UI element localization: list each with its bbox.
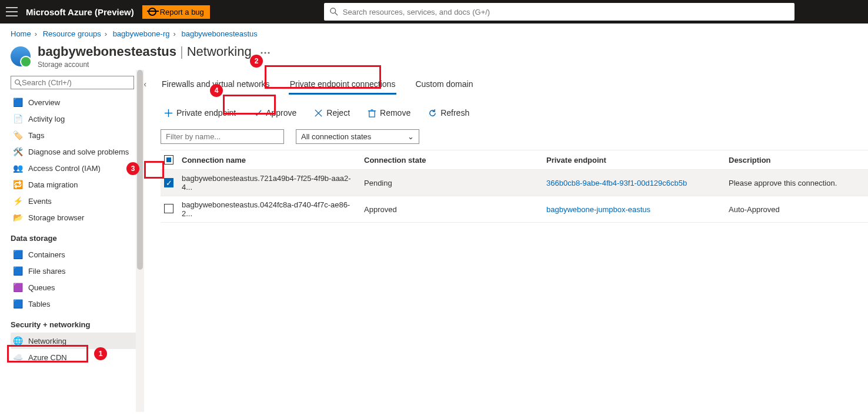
menu-icon[interactable] bbox=[6, 7, 18, 16]
sidebar-item-file-shares[interactable]: 🟦File shares bbox=[11, 263, 141, 279]
diagnose-and-solve-problems-icon: 🛠️ bbox=[13, 147, 22, 156]
cell-connection-name: bagbywebonesteastus.721a49b4-7f25-4f9b-a… bbox=[178, 170, 360, 196]
sidebar-search-input[interactable] bbox=[22, 78, 130, 87]
sidebar-item-data-migration[interactable]: 🔁Data migration bbox=[11, 176, 141, 193]
cell-description: Auto-Approved bbox=[725, 196, 868, 223]
check-icon bbox=[253, 109, 262, 118]
tables-icon: 🟦 bbox=[13, 299, 22, 308]
tabs: Firewalls and virtual networks Private e… bbox=[161, 76, 868, 95]
overview-icon: 🟦 bbox=[13, 98, 22, 107]
sidebar-item-access-control-iam-[interactable]: 👥Access Control (IAM) bbox=[11, 160, 141, 176]
sidebar-item-label: Diagnose and solve problems bbox=[28, 147, 129, 156]
global-search[interactable] bbox=[324, 3, 794, 21]
cell-private-endpoint-link[interactable]: 366b0cb8-9abe-4fb4-93f1-00d129c6cb5b bbox=[543, 170, 725, 196]
trash-icon bbox=[368, 109, 376, 118]
sidebar-item-azure-cdn[interactable]: ☁️Azure CDN bbox=[11, 349, 141, 365]
breadcrumb-rg[interactable]: Resource groups bbox=[43, 29, 101, 38]
resource-type-label: Storage account bbox=[38, 61, 271, 69]
main-content: Firewalls and virtual networks Private e… bbox=[144, 70, 868, 412]
sidebar-item-diagnose-and-solve-problems[interactable]: 🛠️Diagnose and solve problems bbox=[11, 143, 141, 160]
svg-line-3 bbox=[19, 83, 22, 86]
events-icon: ⚡ bbox=[13, 196, 22, 206]
sidebar-item-activity-log[interactable]: 📄Activity log bbox=[11, 110, 141, 127]
breadcrumb: Home› Resource groups› bagbywebone-rg› b… bbox=[0, 24, 868, 42]
page-header: bagbywebonesteastus|Networking ⋯ Storage… bbox=[0, 42, 868, 70]
svg-line-1 bbox=[335, 13, 338, 15]
sidebar-scrollbar-track bbox=[136, 70, 144, 412]
sidebar-item-networking[interactable]: 🌐Networking bbox=[11, 333, 141, 349]
sidebar-item-label: Queues bbox=[28, 283, 55, 292]
more-icon[interactable]: ⋯ bbox=[255, 46, 271, 58]
col-connection-name[interactable]: Connection name bbox=[178, 150, 360, 170]
col-connection-state[interactable]: Connection state bbox=[360, 150, 543, 170]
breadcrumb-rgname[interactable]: bagbywebone-rg bbox=[113, 29, 170, 38]
col-private-endpoint[interactable]: Private endpoint bbox=[543, 150, 725, 170]
sidebar-item-label: Events bbox=[28, 197, 52, 206]
table-row[interactable]: ✓bagbywebonesteastus.721a49b4-7f25-4f9b-… bbox=[161, 170, 868, 196]
activity-log-icon: 📄 bbox=[13, 114, 22, 123]
svg-rect-8 bbox=[369, 110, 375, 116]
breadcrumb-resource[interactable]: bagbywebonesteastus bbox=[181, 29, 257, 38]
filter-name-input[interactable] bbox=[161, 129, 284, 144]
sidebar-item-storage-browser[interactable]: 📂Storage browser bbox=[11, 209, 141, 226]
tab-private-endpoint[interactable]: Private endpoint connections bbox=[289, 76, 397, 95]
chevron-down-icon: ⌄ bbox=[408, 132, 414, 141]
sidebar-item-label: Azure CDN bbox=[28, 353, 67, 362]
brand-label: Microsoft Azure (Preview) bbox=[26, 7, 134, 17]
networking-icon: 🌐 bbox=[13, 336, 22, 345]
storage-account-icon bbox=[11, 46, 31, 66]
sidebar-item-label: Tags bbox=[28, 131, 44, 140]
row-checkbox[interactable] bbox=[164, 204, 173, 213]
sidebar-item-label: Overview bbox=[28, 98, 60, 107]
page-title: bagbywebonesteastus|Networking ⋯ bbox=[38, 44, 271, 59]
sidebar: « 🟦Overview📄Activity log🏷️Tags🛠️Diagnose… bbox=[0, 70, 144, 412]
filter-state-select[interactable]: All connection states ⌄ bbox=[296, 129, 419, 144]
select-all-checkbox[interactable] bbox=[164, 155, 173, 165]
row-checkbox[interactable]: ✓ bbox=[164, 178, 173, 187]
cell-description: Please approve this connection. bbox=[725, 170, 868, 196]
cell-private-endpoint-link[interactable]: bagbywebone-jumpbox-eastus bbox=[543, 196, 725, 223]
svg-point-2 bbox=[15, 79, 20, 84]
sidebar-item-label: Data migration bbox=[28, 180, 78, 189]
sidebar-scrollbar-thumb[interactable] bbox=[137, 70, 143, 270]
cell-connection-state: Approved bbox=[360, 196, 543, 223]
breadcrumb-home[interactable]: Home bbox=[11, 29, 31, 38]
sidebar-search[interactable] bbox=[11, 76, 134, 89]
storage-browser-icon: 📂 bbox=[13, 213, 22, 222]
tab-custom-domain[interactable]: Custom domain bbox=[414, 76, 474, 95]
sidebar-item-queues[interactable]: 🟪Queues bbox=[11, 279, 141, 296]
sidebar-item-tables[interactable]: 🟦Tables bbox=[11, 296, 141, 312]
data-migration-icon: 🔁 bbox=[13, 180, 22, 189]
cell-connection-state: Pending bbox=[360, 170, 543, 196]
sidebar-item-containers[interactable]: 🟦Containers bbox=[11, 246, 141, 263]
table-row[interactable]: bagbywebonesteastus.0424fc8a-d740-4f7c-a… bbox=[161, 196, 868, 223]
top-bar: Microsoft Azure (Preview) Report a bug bbox=[0, 0, 868, 24]
global-search-input[interactable] bbox=[343, 8, 789, 16]
sidebar-group-security: Security + networking bbox=[11, 320, 141, 329]
connections-table: Connection name Connection state Private… bbox=[161, 150, 868, 223]
refresh-button[interactable]: Refresh bbox=[425, 106, 473, 120]
add-private-endpoint-button[interactable]: Private endpoint bbox=[161, 106, 239, 120]
reject-button[interactable]: Reject bbox=[311, 106, 353, 120]
sidebar-item-tags[interactable]: 🏷️Tags bbox=[11, 127, 141, 143]
sidebar-item-overview[interactable]: 🟦Overview bbox=[11, 94, 141, 110]
azure-cdn-icon: ☁️ bbox=[13, 353, 22, 362]
sidebar-item-events[interactable]: ⚡Events bbox=[11, 193, 141, 209]
search-icon bbox=[15, 79, 22, 86]
approve-button[interactable]: Approve bbox=[250, 106, 300, 120]
tab-firewalls[interactable]: Firewalls and virtual networks bbox=[161, 76, 271, 95]
cell-connection-name: bagbywebonesteastus.0424fc8a-d740-4f7c-a… bbox=[178, 196, 360, 223]
sidebar-group-data-storage: Data storage bbox=[11, 234, 141, 243]
sidebar-item-label: File shares bbox=[28, 267, 66, 276]
bug-icon bbox=[148, 8, 156, 16]
x-icon bbox=[314, 109, 323, 118]
report-bug-button[interactable]: Report a bug bbox=[142, 5, 210, 19]
remove-button[interactable]: Remove bbox=[364, 106, 414, 120]
queues-icon: 🟪 bbox=[13, 283, 22, 292]
tags-icon: 🏷️ bbox=[13, 130, 22, 140]
refresh-icon bbox=[428, 109, 437, 118]
access-control-iam--icon: 👥 bbox=[13, 163, 22, 173]
svg-point-0 bbox=[330, 8, 336, 14]
sidebar-item-label: Access Control (IAM) bbox=[28, 164, 101, 173]
col-description[interactable]: Description bbox=[725, 150, 868, 170]
